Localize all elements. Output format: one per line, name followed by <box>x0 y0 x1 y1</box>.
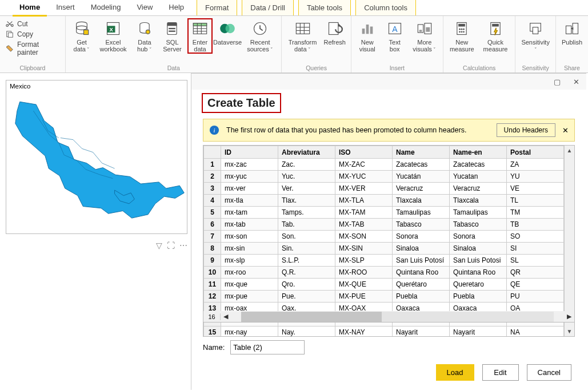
hscroll-track[interactable] <box>241 312 554 322</box>
cell[interactable]: mx-slp <box>221 255 278 267</box>
dialog-maximize-icon[interactable]: ▢ <box>554 78 561 86</box>
table-row[interactable]: 9mx-slpS.L.P.MX-SLPSan Luis PotosíSan Lu… <box>204 255 564 267</box>
cut-button[interactable]: Cut <box>6 20 59 28</box>
new-measure-button[interactable]: New measure <box>447 18 477 53</box>
cell[interactable]: MX-PUE <box>335 291 393 303</box>
enter-data-button[interactable]: Enter data <box>187 18 213 54</box>
new-visual-button[interactable]: New visual <box>355 18 380 53</box>
table-row[interactable]: 10mx-rooQ.R.MX-ROOQuintana RooQuintana R… <box>204 267 564 279</box>
cell[interactable]: SI <box>507 243 564 255</box>
column-header-2[interactable]: ISO <box>335 146 393 159</box>
cell[interactable]: Sonora <box>450 231 507 243</box>
tab-home[interactable]: Home <box>11 0 48 15</box>
cell[interactable]: Tlax. <box>278 195 335 207</box>
cell[interactable]: MX-TAM <box>335 207 393 219</box>
cell[interactable]: Queretaro <box>450 279 507 291</box>
tab-table-tools[interactable]: Table tools <box>298 0 351 15</box>
transform-data-button[interactable]: Transform data ˅ <box>285 18 319 53</box>
cell[interactable]: ZA <box>507 159 564 171</box>
cell[interactable]: Querétaro <box>393 279 450 291</box>
recent-sources-button[interactable]: Recent sources ˅ <box>242 18 278 53</box>
table-row[interactable]: 11mx-queQro.MX-QUEQuerétaroQueretaroQE <box>204 279 564 291</box>
column-header-5[interactable]: Postal <box>507 146 564 159</box>
cell[interactable]: mx-tam <box>221 207 278 219</box>
cell[interactable]: Sinaloa <box>393 243 450 255</box>
cell[interactable]: Q.R. <box>278 267 335 279</box>
cell[interactable]: Qro. <box>278 279 335 291</box>
cell[interactable]: MX-QUE <box>335 279 393 291</box>
more-options-icon[interactable]: ⋯ <box>179 241 187 250</box>
table-row[interactable]: 2mx-yucYuc.MX-YUCYucatánYucatanYU <box>204 171 564 183</box>
cell[interactable]: mx-pue <box>221 291 278 303</box>
tab-column-tools[interactable]: Column tools <box>355 0 416 15</box>
filter-icon[interactable]: ▽ <box>156 241 162 250</box>
info-close-icon[interactable]: ✕ <box>562 126 569 135</box>
tab-modeling[interactable]: Modeling <box>83 0 129 15</box>
cell[interactable]: SL <box>507 255 564 267</box>
dialog-close-icon[interactable]: ✕ <box>573 78 579 86</box>
column-header-0[interactable]: ID <box>221 146 278 159</box>
cell[interactable]: mx-tla <box>221 195 278 207</box>
scroll-down-icon[interactable]: ▼ <box>567 326 573 336</box>
cell[interactable]: Tamaulipas <box>450 207 507 219</box>
table-row[interactable]: 12mx-puePue.MX-PUEPueblaPueblaPU <box>204 291 564 303</box>
cell[interactable]: Zacatecas <box>393 159 450 171</box>
cell[interactable]: Sin. <box>278 243 335 255</box>
hscroll-thumb[interactable] <box>241 312 382 322</box>
cell[interactable]: Quintana Roo <box>450 267 507 279</box>
load-button[interactable]: Load <box>436 364 474 381</box>
publish-button[interactable]: Publish <box>559 18 585 46</box>
cell[interactable]: Puebla <box>450 291 507 303</box>
cell[interactable]: Tamps. <box>278 207 335 219</box>
cell[interactable]: MX-SIN <box>335 243 393 255</box>
cell[interactable]: PU <box>507 291 564 303</box>
row-number[interactable]: 6 <box>204 219 221 231</box>
cell[interactable]: Tab. <box>278 219 335 231</box>
cell[interactable]: MX-NAY <box>335 326 393 337</box>
row-number[interactable]: 15 <box>204 326 221 337</box>
column-header-3[interactable]: Name <box>393 146 450 159</box>
cell[interactable]: Puebla <box>393 291 450 303</box>
table-row[interactable]: 3mx-verVer.MX-VERVeracruzVeracruzVE <box>204 183 564 195</box>
cell[interactable]: MX-TAB <box>335 219 393 231</box>
row-number[interactable]: 1 <box>204 159 221 171</box>
table-row[interactable]: 6mx-tabTab.MX-TABTabascoTabascoTB <box>204 219 564 231</box>
cell[interactable]: MX-VER <box>335 183 393 195</box>
cell[interactable]: Yuc. <box>278 171 335 183</box>
table-row[interactable]: 7mx-sonSon.MX-SONSonoraSonoraSO <box>204 231 564 243</box>
cell[interactable]: SO <box>507 231 564 243</box>
cell[interactable]: Pue. <box>278 291 335 303</box>
column-header-4[interactable]: Name-en <box>450 146 507 159</box>
excel-workbook-button[interactable]: X Excel workbook <box>97 18 130 53</box>
cell[interactable]: Zacatecas <box>450 159 507 171</box>
cell[interactable]: Veracruz <box>393 183 450 195</box>
tab-format[interactable]: Format <box>197 0 237 15</box>
table-row[interactable]: 5mx-tamTamps.MX-TAMTamaulipasTamaulipasT… <box>204 207 564 219</box>
cell[interactable]: mx-sin <box>221 243 278 255</box>
cell[interactable]: Ver. <box>278 183 335 195</box>
cell[interactable]: mx-ver <box>221 183 278 195</box>
cell[interactable]: Nay. <box>278 326 335 337</box>
cell[interactable]: VE <box>507 183 564 195</box>
cell[interactable]: Nayarit <box>450 326 507 337</box>
cell[interactable]: Zac. <box>278 159 335 171</box>
cell[interactable]: Yucatán <box>393 171 450 183</box>
row-number[interactable]: 8 <box>204 243 221 255</box>
cell[interactable]: Yucatan <box>450 171 507 183</box>
cell[interactable]: Veracruz <box>450 183 507 195</box>
row-number[interactable]: 12 <box>204 291 221 303</box>
cell[interactable]: YU <box>507 171 564 183</box>
table-row[interactable]: 15mx-nayNay.MX-NAYNayaritNayaritNA <box>204 326 564 337</box>
cell[interactable]: Tabasco <box>393 219 450 231</box>
row-number[interactable]: 5 <box>204 207 221 219</box>
cell[interactable]: Son. <box>278 231 335 243</box>
table-name-input[interactable] <box>230 340 305 354</box>
cell[interactable]: MX-TLA <box>335 195 393 207</box>
scroll-right-icon[interactable]: ▶ <box>564 313 574 320</box>
refresh-button[interactable]: Refresh <box>322 18 347 46</box>
table-row[interactable]: 1mx-zacZac.MX-ZACZacatecasZacatecasZA <box>204 159 564 171</box>
table-row[interactable]: 4mx-tlaTlax.MX-TLATlaxcalaTlaxcalaTL <box>204 195 564 207</box>
cell[interactable]: Tabasco <box>450 219 507 231</box>
dataverse-button[interactable]: Dataverse <box>215 18 240 46</box>
cell[interactable]: Tlaxcala <box>393 195 450 207</box>
